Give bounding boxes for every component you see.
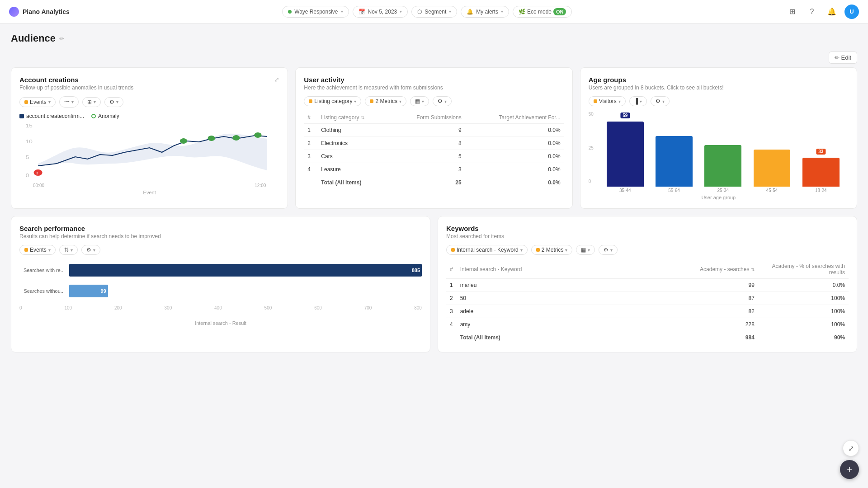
- settings-pill[interactable]: ⚙ ▾: [104, 97, 123, 107]
- edit-area: ✏ Edit: [11, 52, 857, 64]
- anomaly-label: Anomaly: [98, 113, 119, 119]
- ua-total-submissions: 25: [390, 176, 465, 189]
- edit-pencil-icon[interactable]: ✏: [59, 35, 64, 42]
- account-filter-row: Events ▾ 〜 ▾ ⊞ ▾ ⚙ ▾: [19, 96, 279, 108]
- bar-chart-pill[interactable]: ▐ ▾: [629, 96, 647, 106]
- row-keyword: adele: [457, 305, 672, 318]
- segment-label: Segment: [425, 9, 446, 15]
- metrics-pill[interactable]: 2 Metrics ▾: [365, 96, 406, 106]
- help-icon[interactable]: ?: [805, 5, 819, 19]
- age-chart-wrap: 50 25 0 59 35-44: [589, 112, 849, 200]
- row-submissions: 5: [390, 150, 465, 163]
- user-activity-table: # Listing category ⇅ Form Submissions Ta…: [304, 112, 564, 189]
- keywords-filters: Internal search - Keyword ▾ 2 Metrics ▾ …: [446, 245, 849, 255]
- account-creations-title: Account creations: [19, 76, 133, 84]
- bar-value-without: 99: [101, 288, 106, 294]
- events-pill[interactable]: Events ▾: [19, 97, 56, 107]
- segment-selector[interactable]: ⬡ Segment ▾: [411, 6, 457, 18]
- age-groups-title: Age groups: [589, 76, 849, 84]
- row-target: 0.0%: [465, 124, 564, 137]
- bar-chart-icon: ▐: [634, 98, 638, 104]
- col-submissions: Form Submissions: [390, 112, 465, 124]
- search-sort-pill[interactable]: ⇅ ▾: [59, 245, 78, 255]
- events-label: Events: [30, 99, 47, 105]
- bar-label-results: Searches with re...: [19, 267, 69, 273]
- age-bar-18-24[interactable]: 33 18-24: [798, 158, 844, 193]
- keywords-title: Keywords: [446, 225, 849, 232]
- x-axis: 0 100 200 300 400 500 600 700 800: [19, 305, 422, 310]
- age-bar-25-34[interactable]: 25-34: [700, 145, 746, 193]
- row-listing: Cars: [317, 150, 390, 163]
- kw-sort-icon[interactable]: ⇅: [751, 267, 755, 272]
- age-settings-pill[interactable]: ⚙ ▾: [651, 96, 670, 106]
- legend: account.createconfirm... Anomaly: [19, 113, 279, 119]
- keyword-color: [451, 248, 455, 252]
- alerts-caret: ▾: [501, 9, 503, 14]
- bar-value-results: 885: [412, 267, 420, 273]
- eco-mode[interactable]: 🌿 Eco mode ON: [513, 6, 572, 18]
- topnav-actions: ⊞ ? 🔔 U: [785, 5, 859, 19]
- row-searches: 228: [671, 318, 758, 331]
- grid-icon[interactable]: ⊞: [785, 5, 799, 19]
- ua-settings-pill[interactable]: ⚙ ▾: [433, 96, 452, 106]
- user-activity-card: User activity Here the achievement is me…: [295, 67, 572, 209]
- kw-settings-pill[interactable]: ⚙ ▾: [599, 245, 618, 255]
- search-settings-pill[interactable]: ⚙ ▾: [81, 245, 100, 255]
- row-num: 4: [304, 163, 317, 176]
- kw-metrics-label: 2 Metrics: [542, 247, 564, 253]
- kw-col-keyword: Internal search - Keyword: [457, 260, 672, 279]
- events-color: [24, 100, 28, 104]
- avatar[interactable]: U: [844, 5, 859, 19]
- sort-icon2: ⇅: [64, 247, 69, 253]
- keyword-pill[interactable]: Internal search - Keyword ▾: [446, 245, 528, 255]
- row-target: 0.0%: [465, 150, 564, 163]
- age-bar-45-54[interactable]: 45-54: [749, 150, 795, 193]
- search-events-pill[interactable]: Events ▾: [19, 245, 56, 255]
- table-row: 4 amy 228 100%: [446, 318, 849, 331]
- kw-table-pill[interactable]: ▦ ▾: [576, 245, 595, 255]
- age-groups-card: Age groups Users are grouped in 8 bucket…: [580, 67, 857, 209]
- sort-icon[interactable]: ⇅: [361, 115, 364, 120]
- edit-button[interactable]: ✏ Edit: [829, 52, 857, 64]
- chart-type-pill[interactable]: 〜 ▾: [59, 96, 79, 108]
- brand[interactable]: Piano Analytics: [9, 7, 70, 17]
- notification-icon[interactable]: 🔔: [825, 5, 839, 19]
- keywords-card: Keywords Most searched for items Interna…: [438, 216, 857, 352]
- row-num: 2: [304, 137, 317, 150]
- svg-text:0: 0: [26, 173, 29, 178]
- segment-icon: ⬡: [417, 9, 422, 15]
- row-searches: 82: [671, 305, 758, 318]
- account-creations-subtitle: Follow-up of possible anomalies in usual…: [19, 84, 133, 91]
- search-subtitle: Results can help determine if search nee…: [19, 233, 422, 239]
- row-listing: Leasure: [317, 163, 390, 176]
- table-view-pill[interactable]: ⊞ ▾: [82, 97, 101, 107]
- bar-label-without: Searches withou...: [19, 288, 69, 294]
- site-selector[interactable]: Waye Responsive ▾: [282, 6, 349, 18]
- row-pct: 100%: [758, 292, 849, 305]
- search-gear-icon: ⚙: [86, 247, 91, 253]
- search-filters: Events ▾ ⇅ ▾ ⚙ ▾: [19, 245, 422, 255]
- kw-metrics-pill[interactable]: 2 Metrics ▾: [531, 245, 573, 255]
- svg-point-7: [208, 136, 215, 141]
- user-activity-filters: Listing category ▾ 2 Metrics ▾ ▦ ▾ ⚙ ▾: [304, 96, 564, 106]
- svg-text:15: 15: [26, 123, 33, 129]
- date-selector[interactable]: 📅 Nov 5, 2023 ▾: [353, 6, 408, 18]
- col-target: Target Achievement For...: [465, 112, 564, 124]
- row-num: 2: [446, 292, 457, 305]
- expand-icon[interactable]: ⤢: [274, 76, 279, 83]
- alerts-selector[interactable]: 🔔 My alerts ▾: [461, 6, 509, 18]
- visitors-pill[interactable]: Visitors ▾: [589, 96, 626, 106]
- table-row: 1 Clothing 9 0.0%: [304, 124, 564, 137]
- age-bar-55-64[interactable]: 55-64: [651, 136, 697, 193]
- listing-pill[interactable]: Listing category ▾: [304, 96, 361, 106]
- search-bar-chart: Searches with re... 885 Searches withou.…: [19, 260, 422, 319]
- page-content: Audience ✏ ✏ Edit Account creations Foll…: [0, 23, 868, 361]
- ua-table-pill[interactable]: ▦ ▾: [410, 96, 429, 106]
- table-arrow: ▾: [94, 99, 96, 104]
- line-chart: 15 10 5 0 !: [19, 123, 279, 182]
- anomaly-dot: [91, 114, 96, 118]
- kw-gear-icon: ⚙: [604, 247, 609, 253]
- age-bar-35-44[interactable]: 59 35-44: [602, 122, 648, 193]
- calendar-icon: 📅: [359, 9, 365, 15]
- bar-track-results: 885: [69, 264, 422, 277]
